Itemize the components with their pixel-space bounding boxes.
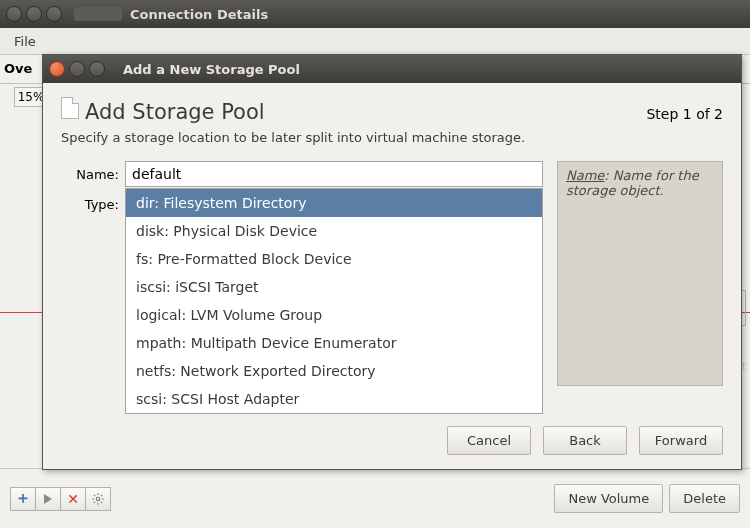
modal-header: Add Storage Pool Step 1 of 2 xyxy=(61,97,723,124)
maximize-icon[interactable] xyxy=(89,61,105,77)
window-controls xyxy=(6,6,62,22)
document-icon xyxy=(61,97,79,119)
type-option-iscsi[interactable]: iscsi: iSCSI Target xyxy=(126,273,542,301)
volume-buttons: New Volume Delete xyxy=(554,484,740,513)
parent-window-title: Connection Details xyxy=(130,7,268,22)
type-option-mpath[interactable]: mpath: Multipath Device Enumerator xyxy=(126,329,542,357)
gear-icon xyxy=(91,492,105,506)
overview-label: Ove xyxy=(4,61,32,76)
minimize-icon[interactable] xyxy=(26,6,42,22)
menubar: File xyxy=(0,28,750,55)
type-label: Type: xyxy=(61,197,119,212)
name-label: Name: xyxy=(61,167,119,182)
title-redacted xyxy=(74,7,122,21)
step-indicator: Step 1 of 2 xyxy=(646,106,723,122)
pool-toolbar: ＋ ✕ xyxy=(10,487,110,511)
start-pool-button[interactable] xyxy=(35,487,61,511)
help-name-label: Name xyxy=(566,168,604,183)
type-dropdown[interactable]: dir: Filesystem Directory disk: Physical… xyxy=(125,188,543,414)
modal-window-controls xyxy=(49,61,105,77)
form-left: Name: Type: dir: Filesystem Directory di… xyxy=(61,161,543,414)
menu-file[interactable]: File xyxy=(6,30,44,53)
add-pool-button[interactable]: ＋ xyxy=(10,487,36,511)
parent-titlebar: Connection Details xyxy=(0,0,750,28)
maximize-icon[interactable] xyxy=(46,6,62,22)
cancel-button[interactable]: Cancel xyxy=(447,426,531,455)
type-option-dir[interactable]: dir: Filesystem Directory xyxy=(126,189,542,217)
name-input[interactable] xyxy=(125,161,543,187)
back-button[interactable]: Back xyxy=(543,426,627,455)
type-option-disk[interactable]: disk: Physical Disk Device xyxy=(126,217,542,245)
close-icon[interactable] xyxy=(6,6,22,22)
x-icon: ✕ xyxy=(67,491,79,507)
type-option-fs[interactable]: fs: Pre-Formatted Block Device xyxy=(126,245,542,273)
name-row: Name: xyxy=(61,161,543,187)
dialog-subtitle: Specify a storage location to be later s… xyxy=(61,130,723,145)
form-area: Name: Type: dir: Filesystem Directory di… xyxy=(61,161,723,414)
plus-icon: ＋ xyxy=(15,488,31,509)
settings-pool-button[interactable] xyxy=(85,487,111,511)
svg-point-0 xyxy=(96,497,100,501)
modal-titlebar: Add a New Storage Pool xyxy=(43,55,741,83)
minimize-icon[interactable] xyxy=(69,61,85,77)
play-icon xyxy=(44,494,52,504)
modal-title: Add a New Storage Pool xyxy=(123,62,300,77)
help-panel: Name: Name for the storage object. xyxy=(557,161,723,386)
modal-body: Add Storage Pool Step 1 of 2 Specify a s… xyxy=(43,83,741,469)
delete-pool-button[interactable]: ✕ xyxy=(60,487,86,511)
new-volume-button[interactable]: New Volume xyxy=(554,484,663,513)
type-option-netfs[interactable]: netfs: Network Exported Directory xyxy=(126,357,542,385)
bottom-toolbar: ＋ ✕ New Volume Delete xyxy=(0,468,750,528)
modal-footer: Cancel Back Forward xyxy=(61,426,723,455)
delete-volume-button[interactable]: Delete xyxy=(669,484,740,513)
type-option-scsi[interactable]: scsi: SCSI Host Adapter xyxy=(126,385,542,413)
add-storage-pool-dialog: Add a New Storage Pool Add Storage Pool … xyxy=(42,54,742,470)
dialog-heading: Add Storage Pool xyxy=(85,100,265,124)
forward-button[interactable]: Forward xyxy=(639,426,723,455)
type-option-logical[interactable]: logical: LVM Volume Group xyxy=(126,301,542,329)
close-icon[interactable] xyxy=(49,61,65,77)
